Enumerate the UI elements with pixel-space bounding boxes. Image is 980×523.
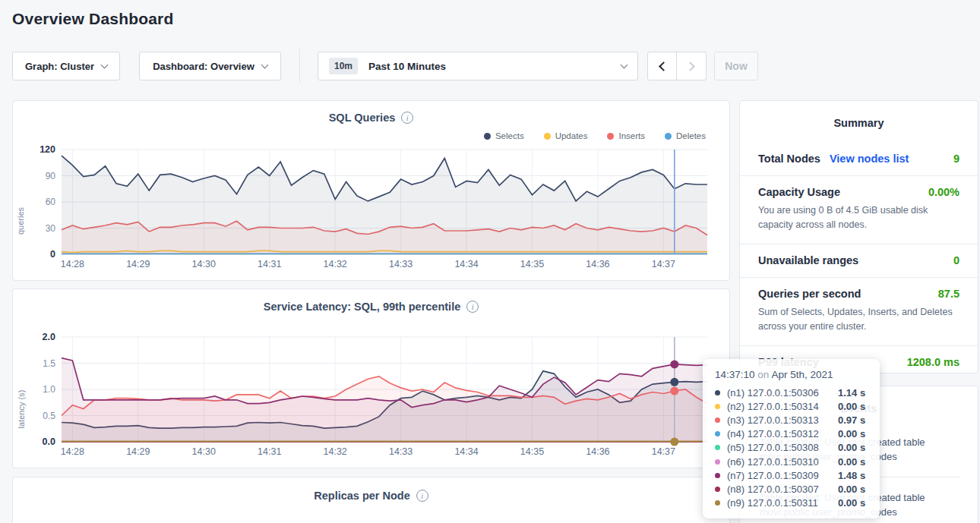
info-icon[interactable]: i <box>466 301 479 313</box>
time-range-label: Past 10 Minutes <box>368 61 614 72</box>
x-axis-tick: 14:36 <box>574 446 622 457</box>
tooltip-timestamp: 14:37:10 on Apr 5th, 2021 <box>715 369 869 380</box>
graph-selector-label: Graph: Cluster <box>25 61 94 72</box>
tooltip-node-label: (n2) 127.0.0.1:50314 <box>727 401 838 412</box>
legend-label: Selects <box>495 131 524 140</box>
tooltip-node-row: (n6) 127.0.0.1:503100.00 s <box>715 455 869 468</box>
y-axis-tick: 60 <box>13 197 55 207</box>
chevron-left-icon <box>659 61 669 71</box>
x-axis-tick: 14:33 <box>377 259 425 269</box>
view-nodes-list-link[interactable]: View nodes list <box>830 153 909 165</box>
x-axis-tick: 14:35 <box>507 446 556 457</box>
time-range-badge: 10m <box>329 58 358 74</box>
legend-label: Updates <box>555 131 588 140</box>
tooltip-node-row: (n3) 127.0.0.1:503130.97 s <box>715 413 869 427</box>
node-color-dot-icon <box>715 487 720 492</box>
node-color-dot-icon <box>715 404 720 409</box>
tooltip-node-value: 0.00 s <box>838 428 865 440</box>
node-color-dot-icon <box>715 445 720 450</box>
legend-item-deletes[interactable]: Deletes <box>665 131 706 140</box>
summary-row-description: Sum of Selects, Updates, Inserts, and De… <box>758 305 959 335</box>
sql-queries-plot[interactable] <box>62 150 707 254</box>
info-icon[interactable]: i <box>416 490 428 502</box>
summary-card: Summary Total NodesView nodes list9Capac… <box>739 100 978 373</box>
tooltip-node-value: 0.00 s <box>838 401 865 412</box>
sql-queries-card: SQL Queries i SelectsUpdatesInsertsDelet… <box>12 100 730 281</box>
tooltip-node-label: (n1) 127.0.0.1:50306 <box>727 387 838 399</box>
legend-item-inserts[interactable]: Inserts <box>607 131 645 140</box>
replicas-per-node-title: Replicas per Node <box>314 490 410 502</box>
x-axis-tick: 14:34 <box>442 259 491 269</box>
tooltip-node-value: 0.00 s <box>838 497 865 509</box>
tooltip-node-label: (n9) 127.0.0.1:50311 <box>727 497 838 509</box>
node-color-dot-icon <box>715 390 720 395</box>
hover-marker-n3 <box>670 387 678 395</box>
tooltip-node-row: (n8) 127.0.0.1:503070.00 s <box>715 482 869 496</box>
summary-row: Total NodesView nodes list9 <box>740 143 978 176</box>
tooltip-node-row: (n4) 127.0.0.1:503120.00 s <box>715 427 869 441</box>
y-axis-tick: 0 <box>13 249 55 260</box>
x-axis-tick: 14:29 <box>114 446 163 457</box>
x-axis-tick: 14:34 <box>442 446 491 457</box>
legend-dot-icon <box>544 133 551 140</box>
tooltip-node-label: (n3) 127.0.0.1:50313 <box>727 414 838 426</box>
hover-marker-n9 <box>670 438 678 446</box>
dashboard-selector-label: Dashboard: Overview <box>153 61 254 72</box>
sql-queries-chart[interactable]: 030609012014:2814:2914:3014:3114:3214:33… <box>62 150 707 254</box>
info-icon[interactable]: i <box>401 112 413 124</box>
tooltip-node-value: 0.00 s <box>838 442 865 453</box>
time-step-back-button[interactable] <box>647 52 677 80</box>
x-axis-tick: 14:31 <box>245 259 294 269</box>
service-latency-chart[interactable]: 0.00.51.01.52.014:2814:2914:3014:3114:32… <box>62 337 707 442</box>
x-axis-tick: 14:37 <box>639 446 688 457</box>
y-axis-tick: 120 <box>13 144 55 155</box>
legend-item-updates[interactable]: Updates <box>544 131 588 140</box>
chevron-down-icon <box>621 61 628 68</box>
tooltip-node-label: (n7) 127.0.0.1:50309 <box>727 470 838 481</box>
y-axis-tick: 1.5 <box>13 358 55 369</box>
tooltip-node-label: (n8) 127.0.0.1:50307 <box>727 484 838 495</box>
summary-row-label: Capacity Usage <box>758 186 840 198</box>
node-color-dot-icon <box>715 417 720 423</box>
x-axis-tick: 14:30 <box>179 259 228 269</box>
time-step-buttons <box>647 52 707 80</box>
hover-marker-n7 <box>670 360 678 368</box>
hover-marker-n1 <box>670 378 678 386</box>
node-color-dot-icon <box>715 473 720 478</box>
summary-row-value: 0 <box>953 254 959 266</box>
legend-item-selects[interactable]: Selects <box>484 131 524 140</box>
dashboard-selector-dropdown[interactable]: Dashboard: Overview <box>139 52 281 80</box>
node-color-dot-icon <box>715 459 720 465</box>
service-latency-title: Service Latency: SQL, 99th percentile <box>264 301 461 313</box>
node-color-dot-icon <box>715 431 720 436</box>
summary-row-label: Unavailable ranges <box>758 254 858 266</box>
sql-queries-legend: SelectsUpdatesInsertsDeletes <box>484 131 706 140</box>
page-title: Overview Dashboard <box>12 10 174 28</box>
service-latency-plot[interactable] <box>62 337 707 442</box>
summary-row: Unavailable ranges0 <box>740 244 978 278</box>
legend-label: Deletes <box>676 131 706 140</box>
node-color-dot-icon <box>715 500 720 506</box>
tooltip-node-value: 0.00 s <box>838 484 865 495</box>
tooltip-node-row: (n1) 127.0.0.1:503061.14 s <box>715 386 869 399</box>
time-step-forward-button[interactable] <box>677 52 707 80</box>
x-axis-tick: 14:32 <box>311 446 359 457</box>
summary-row: Queries per second87.5Sum of Selects, Up… <box>740 278 978 346</box>
now-button[interactable]: Now <box>714 52 758 80</box>
tooltip-node-value: 0.00 s <box>838 456 865 468</box>
summary-row-description: You are using 0 B of 4.5 GiB usable disk… <box>758 203 959 233</box>
chart-hover-tooltip: 14:37:10 on Apr 5th, 2021 (n1) 127.0.0.1… <box>703 359 880 518</box>
chevron-right-icon <box>685 61 695 71</box>
graph-selector-dropdown[interactable]: Graph: Cluster <box>12 52 120 80</box>
tooltip-node-row: (n7) 127.0.0.1:503091.48 s <box>715 468 869 482</box>
controls-divider <box>299 49 300 83</box>
y-axis-tick: 0.0 <box>13 436 55 447</box>
tooltip-node-label: (n4) 127.0.0.1:50312 <box>727 428 838 440</box>
time-range-dropdown[interactable]: 10m Past 10 Minutes <box>318 52 638 80</box>
summary-row-value: 87.5 <box>938 288 959 300</box>
x-axis-tick: 14:29 <box>114 259 163 269</box>
summary-title: Summary <box>740 101 978 129</box>
summary-row: Capacity Usage0.00%You are using 0 B of … <box>740 176 978 244</box>
tooltip-node-label: (n5) 127.0.0.1:50308 <box>727 442 838 453</box>
service-latency-ylabel: latency (s) <box>17 390 26 429</box>
